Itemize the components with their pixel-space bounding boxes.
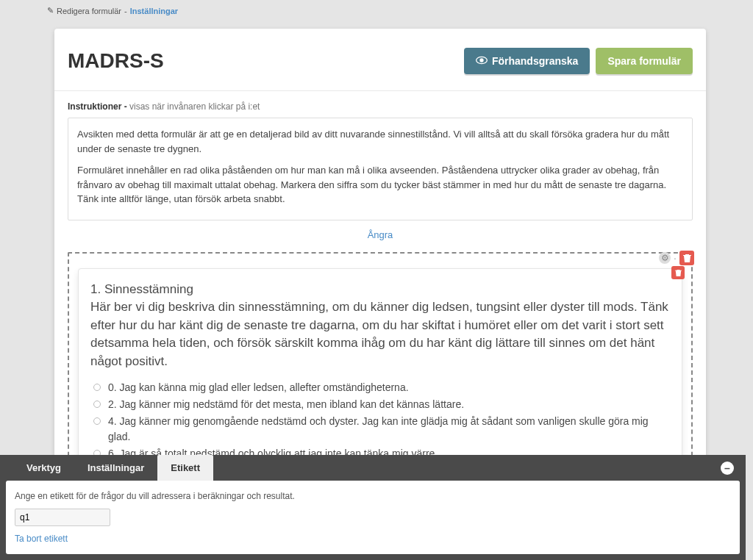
eye-icon <box>476 55 488 67</box>
trash-icon[interactable] <box>679 251 694 265</box>
radio-icon[interactable] <box>93 384 101 391</box>
gear-icon[interactable]: ⚙ <box>659 252 671 264</box>
svg-point-1 <box>480 59 483 62</box>
radio-icon[interactable] <box>93 401 101 408</box>
tab-settings[interactable]: Inställningar <box>74 455 157 481</box>
instructions-box[interactable]: Avsikten med detta formulär är att ge en… <box>68 118 693 220</box>
bottom-panel: Verktyg Inställningar Etikett – Ange en … <box>0 455 746 560</box>
question-block-1[interactable]: ⚙ · 1. Sinnesstämning Här ber vi dig bes… <box>68 252 693 486</box>
question-heading: 1. Sinnesstämning Här ber vi dig beskriv… <box>90 281 670 371</box>
label-input[interactable] <box>15 509 110 526</box>
save-button[interactable]: Spara formulär <box>596 48 693 74</box>
question-options: 0. Jag kan känna mig glad eller ledsen, … <box>90 380 670 462</box>
trash-icon[interactable] <box>671 266 685 279</box>
instructions-heading: Instruktioner - visas när invånaren klic… <box>54 91 706 116</box>
breadcrumb-edit: Redigera formulär <box>57 7 121 15</box>
tab-label[interactable]: Etikett <box>157 455 213 481</box>
radio-icon[interactable] <box>93 417 101 425</box>
breadcrumb-settings-link[interactable]: Inställningar <box>130 7 178 15</box>
panel-desc: Ange en etikett för de frågor du vill ad… <box>15 491 731 501</box>
question-card-1: 1. Sinnesstämning Här ber vi dig beskriv… <box>78 268 682 475</box>
collapse-icon[interactable]: – <box>721 462 734 475</box>
breadcrumb: ✎ Redigera formulär - Inställningar <box>0 0 753 21</box>
remove-label-link[interactable]: Ta bort etikett <box>15 534 731 544</box>
panel-body: Ange en etikett för de frågor du vill ad… <box>6 481 740 554</box>
instructions-p1: Avsikten med detta formulär är att ge en… <box>77 127 683 156</box>
preview-button[interactable]: Förhandsgranska <box>464 48 590 74</box>
form-header: MADRS-S Förhandsgranska Spara formulär <box>54 29 706 91</box>
undo-link[interactable]: Ångra <box>54 226 706 246</box>
page-title: MADRS-S <box>68 49 164 73</box>
instructions-p2: Formuläret innehåller en rad olika påstå… <box>77 163 683 207</box>
tab-tools[interactable]: Verktyg <box>13 455 74 481</box>
pencil-icon: ✎ <box>47 6 54 15</box>
